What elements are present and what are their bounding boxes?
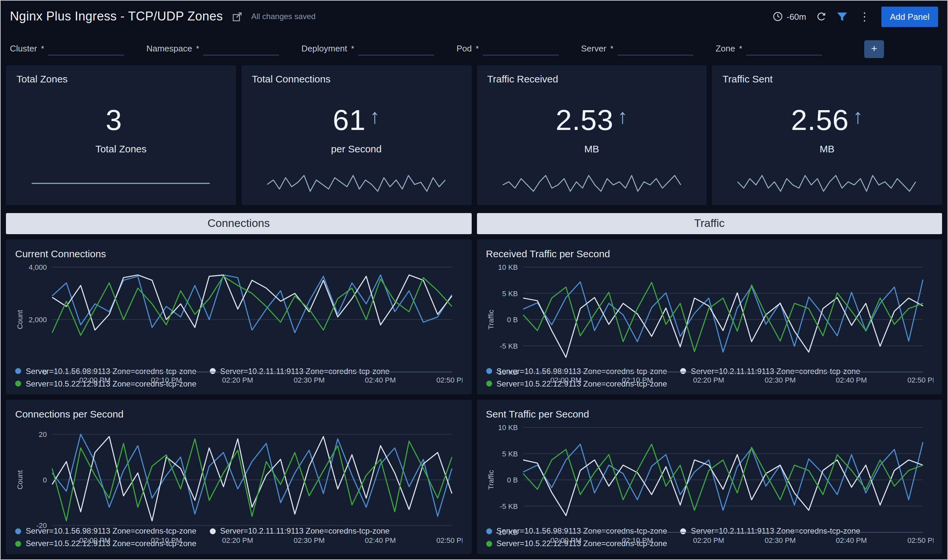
stat-unit: MB (820, 143, 834, 154)
svg-text:-10 KB: -10 KB (496, 368, 517, 376)
stat-value: 3 (106, 103, 122, 137)
filter-pod: Pod * (457, 42, 559, 55)
svg-text:02:50 PM: 02:50 PM (436, 536, 462, 544)
svg-text:02:20 PM: 02:20 PM (222, 376, 253, 384)
svg-text:02:00 PM: 02:00 PM (80, 536, 111, 544)
stat-value: 2.53 (556, 103, 614, 137)
svg-text:02:30 PM: 02:30 PM (294, 536, 325, 544)
filter-label: Namespace (146, 43, 192, 54)
funnel-icon (837, 12, 848, 22)
svg-text:0: 0 (43, 368, 47, 376)
stats-row: Total Zones 3 ↑ Total Zones Total Connec… (1, 65, 947, 205)
panel-total-zones: Total Zones 3 ↑ Total Zones (6, 65, 236, 205)
add-filter-button[interactable]: + (864, 40, 884, 58)
filter-pod-input[interactable] (483, 42, 559, 55)
panel-total-connections: Total Connections 61 ↑ per Second (242, 65, 472, 205)
svg-text:02:00 PM: 02:00 PM (80, 376, 111, 384)
panel-current-connections: Current Connections 02,0004,00002:00 PM0… (6, 240, 471, 394)
svg-text:02:20 PM: 02:20 PM (222, 536, 253, 544)
filter-button[interactable] (837, 12, 848, 22)
kebab-menu-button[interactable]: ⋮ (858, 11, 871, 22)
svg-text:10 KB: 10 KB (498, 263, 517, 271)
time-range-label: -60m (787, 12, 806, 22)
chart-canvas: 02,0004,00002:00 PM02:10 PM02:20 PM02:30… (15, 260, 462, 363)
stat-unit: MB (584, 143, 599, 154)
stat-unit: Total Zones (95, 143, 146, 154)
stat-title: Traffic Received (487, 73, 696, 85)
svg-text:10 KB: 10 KB (498, 423, 517, 431)
page-title: Nginx Plus Ingress - TCP/UDP Zones (10, 9, 223, 24)
time-range-button[interactable]: -60m (773, 11, 806, 22)
filter-label: Deployment (302, 43, 347, 54)
chart-title: Current Connections (15, 248, 462, 259)
svg-text:4,000: 4,000 (29, 263, 47, 271)
filter-deployment-input[interactable] (358, 42, 434, 55)
trend-up-icon: ↑ (617, 105, 628, 129)
panel-traffic-received: Traffic Received 2.53 ↑ MB (477, 65, 707, 205)
filter-zone: Zone * (716, 42, 822, 55)
filter-label: Zone (716, 43, 735, 54)
svg-text:02:40 PM: 02:40 PM (365, 376, 396, 384)
svg-text:0: 0 (43, 475, 47, 484)
panel-connections-per-second: Connections per Second -2002002:00 PM02:… (6, 399, 471, 554)
svg-text:Traffic: Traffic (486, 310, 495, 329)
top-bar: Nginx Plus Ingress - TCP/UDP Zones All c… (1, 1, 947, 32)
required-marker: * (41, 44, 44, 54)
filter-label: Server (581, 43, 606, 54)
svg-text:02:40 PM: 02:40 PM (836, 376, 866, 384)
svg-text:-20: -20 (36, 521, 47, 529)
add-panel-button[interactable]: Add Panel (881, 6, 938, 27)
sparkline (266, 174, 446, 193)
toolbar-right: -60m ⋮ Add Panel (773, 6, 938, 27)
svg-text:02:20 PM: 02:20 PM (693, 376, 724, 384)
refresh-icon (816, 11, 826, 22)
svg-text:02:10 PM: 02:10 PM (622, 536, 653, 544)
svg-text:0 B: 0 B (507, 315, 517, 324)
required-marker: * (739, 44, 742, 54)
chart-canvas: -10 KB-5 KB0 B5 KB10 KB02:00 PM02:10 PM0… (486, 260, 933, 363)
chart-title: Sent Traffic per Second (486, 408, 933, 419)
svg-text:Count: Count (16, 470, 24, 489)
required-marker: * (351, 44, 354, 54)
panel-traffic-sent: Traffic Sent 2.56 ↑ MB (712, 65, 942, 205)
filter-server-input[interactable] (617, 42, 693, 55)
stat-value: 2.56 (791, 103, 849, 137)
svg-text:02:20 PM: 02:20 PM (693, 536, 724, 544)
svg-text:02:50 PM: 02:50 PM (907, 376, 933, 384)
svg-text:02:40 PM: 02:40 PM (836, 536, 866, 544)
filter-label: Pod (457, 43, 472, 54)
svg-text:02:00 PM: 02:00 PM (550, 376, 581, 384)
share-icon[interactable] (232, 12, 242, 22)
stat-title: Total Zones (17, 73, 226, 85)
trend-up-icon: ↑ (853, 105, 863, 129)
filter-zone-input[interactable] (746, 42, 822, 55)
refresh-button[interactable] (816, 11, 826, 22)
filter-namespace-input[interactable] (203, 42, 279, 55)
sparkline (31, 174, 211, 193)
svg-text:-5 KB: -5 KB (499, 502, 517, 510)
svg-text:02:50 PM: 02:50 PM (436, 376, 462, 384)
filter-cluster: Cluster * (10, 42, 124, 55)
filter-cluster-input[interactable] (48, 42, 124, 55)
svg-text:5 KB: 5 KB (502, 449, 517, 458)
svg-text:02:50 PM: 02:50 PM (907, 536, 933, 544)
stat-unit: per Second (331, 143, 382, 154)
required-marker: * (610, 44, 613, 54)
svg-text:5 KB: 5 KB (502, 289, 517, 298)
svg-text:02:30 PM: 02:30 PM (294, 376, 325, 384)
svg-text:02:30 PM: 02:30 PM (764, 376, 795, 384)
charts-grid: Current Connections 02,0004,00002:00 PM0… (1, 234, 947, 559)
chart-title: Received Traffic per Second (486, 248, 933, 259)
svg-text:Count: Count (16, 310, 24, 329)
chart-canvas: -10 KB-5 KB0 B5 KB10 KB02:00 PM02:10 PM0… (486, 420, 933, 523)
svg-text:02:00 PM: 02:00 PM (550, 536, 581, 544)
chart-title: Connections per Second (15, 408, 462, 419)
dashboard-window: Nginx Plus Ingress - TCP/UDP Zones All c… (0, 0, 948, 560)
required-marker: * (476, 44, 479, 54)
svg-text:-5 KB: -5 KB (499, 342, 517, 350)
stat-title: Total Connections (252, 73, 461, 85)
filter-deployment: Deployment * (302, 42, 434, 55)
required-marker: * (196, 44, 199, 54)
trend-up-icon: ↑ (370, 105, 380, 129)
filter-server: Server * (581, 42, 693, 55)
